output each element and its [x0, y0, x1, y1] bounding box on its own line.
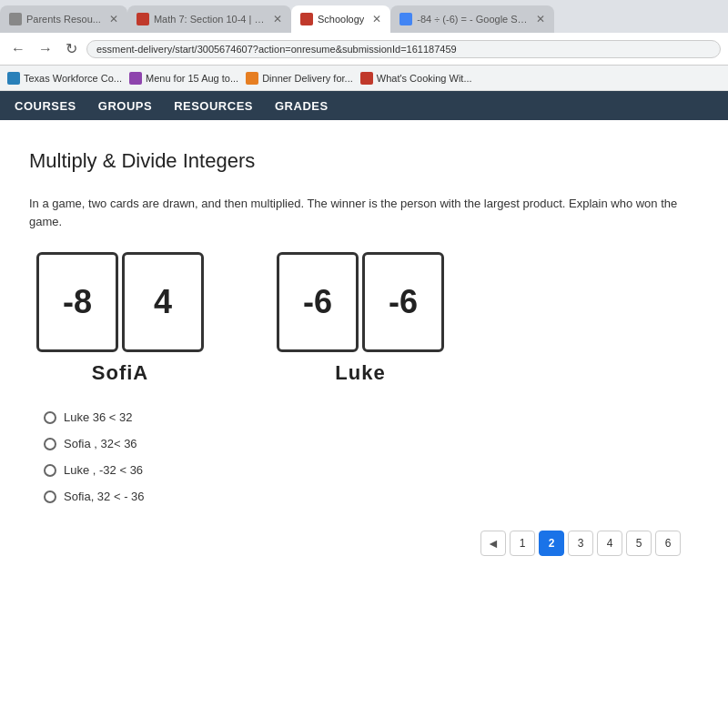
menu-bookmark-icon — [129, 72, 142, 85]
tab-google-label: -84 ÷ (-6) = - Google Search — [417, 14, 528, 25]
google-favicon — [399, 13, 412, 25]
main-content: Multiply & Divide Integers In a game, tw… — [0, 120, 728, 728]
answer-label-1: Sofia , 32< 36 — [64, 437, 137, 450]
sofia-group: -8 4 SofiA — [36, 252, 204, 385]
bookmark-cooking[interactable]: What's Cooking Wit... — [360, 72, 472, 85]
tab-schoology-close[interactable]: ✕ — [372, 13, 381, 25]
back-button[interactable]: ← — [7, 39, 29, 59]
radio-0[interactable] — [44, 411, 56, 424]
bookmark-dinner[interactable]: Dinner Delivery for... — [246, 72, 353, 85]
tab-math7-label: Math 7: Section 10-4 | Schoology — [154, 14, 265, 25]
page-btn-2[interactable]: 2 — [539, 531, 564, 556]
math7-favicon — [136, 13, 149, 25]
bookmark-texas[interactable]: Texas Workforce Co... — [7, 72, 122, 85]
luke-cards-row: -6 -6 — [277, 252, 444, 352]
tab-schoology[interactable]: Schoology ✕ — [291, 5, 390, 33]
bookmark-menu[interactable]: Menu for 15 Aug to... — [129, 72, 238, 85]
address-bar: ← → ↻ — [0, 33, 728, 66]
answer-label-2: Luke , -32 < 36 — [64, 463, 143, 477]
url-bar[interactable] — [86, 40, 721, 58]
page-btn-5[interactable]: 5 — [626, 531, 652, 556]
radio-1[interactable] — [44, 438, 56, 450]
forward-button[interactable]: → — [35, 39, 56, 59]
dinner-bookmark-icon — [246, 72, 258, 85]
luke-card-2-value: -6 — [389, 283, 418, 321]
cooking-bookmark-icon — [360, 72, 373, 85]
answer-choice-3[interactable]: Sofia, 32 < - 36 — [44, 490, 699, 503]
page-btn-1[interactable]: 1 — [510, 531, 535, 556]
answer-choice-1[interactable]: Sofia , 32< 36 — [44, 437, 699, 450]
sofia-cards-row: -8 4 — [36, 252, 204, 352]
page-title: Multiply & Divide Integers — [29, 149, 699, 173]
luke-name: Luke — [335, 361, 385, 385]
answer-label-3: Sofia, 32 < - 36 — [64, 490, 145, 503]
question-text: In a game, two cards are drawn, and then… — [29, 195, 699, 230]
tab-bar: Parents Resou... ✕ Math 7: Section 10-4 … — [0, 0, 728, 33]
luke-card-2: -6 — [362, 252, 444, 352]
answer-choices: Luke 36 < 32 Sofia , 32< 36 Luke , -32 <… — [29, 410, 699, 503]
tab-math7-close[interactable]: ✕ — [273, 13, 282, 25]
texas-bookmark-icon — [7, 72, 20, 85]
sofia-card-2-value: 4 — [154, 283, 172, 321]
cooking-bookmark-label: What's Cooking Wit... — [377, 73, 472, 84]
radio-2[interactable] — [44, 464, 56, 477]
page-btn-4[interactable]: 4 — [597, 531, 622, 556]
tab-schoology-label: Schoology — [318, 14, 364, 25]
browser-chrome: Parents Resou... ✕ Math 7: Section 10-4 … — [0, 0, 728, 120]
sofia-card-1-value: -8 — [63, 283, 92, 321]
schoology-favicon — [300, 13, 313, 25]
reload-button[interactable]: ↻ — [62, 38, 81, 59]
cards-section: -8 4 SofiA -6 -6 Luke — [29, 252, 699, 385]
tab-parents-close[interactable]: ✕ — [109, 13, 118, 25]
nav-groups[interactable]: GROUPS — [98, 99, 152, 113]
menu-bookmark-label: Menu for 15 Aug to... — [146, 73, 238, 84]
radio-3[interactable] — [44, 490, 56, 503]
nav-grades[interactable]: GRADES — [275, 99, 329, 113]
luke-group: -6 -6 Luke — [277, 252, 444, 385]
texas-bookmark-label: Texas Workforce Co... — [24, 73, 122, 84]
prev-page-button[interactable]: ◄ — [480, 531, 506, 556]
tab-google[interactable]: -84 ÷ (-6) = - Google Search ✕ — [390, 5, 554, 33]
sofia-card-1: -8 — [36, 252, 118, 352]
nav-resources[interactable]: RESOURCES — [174, 99, 253, 113]
luke-card-1: -6 — [277, 252, 359, 352]
tab-parents[interactable]: Parents Resou... ✕ — [0, 5, 127, 33]
tab-google-close[interactable]: ✕ — [536, 13, 545, 25]
answer-choice-0[interactable]: Luke 36 < 32 — [44, 410, 699, 424]
nav-courses[interactable]: COURSES — [15, 99, 76, 113]
tab-math7[interactable]: Math 7: Section 10-4 | Schoology ✕ — [127, 5, 291, 33]
pagination: ◄ 1 2 3 4 5 6 — [29, 531, 699, 556]
answer-label-0: Luke 36 < 32 — [64, 410, 133, 424]
page-btn-6[interactable]: 6 — [655, 531, 681, 556]
sofia-name: SofiA — [92, 361, 148, 385]
schoology-nav: COURSES GROUPS RESOURCES GRADES — [0, 91, 728, 120]
tab-parents-label: Parents Resou... — [26, 14, 101, 25]
parents-favicon — [9, 13, 22, 25]
dinner-bookmark-label: Dinner Delivery for... — [262, 73, 353, 84]
answer-choice-2[interactable]: Luke , -32 < 36 — [44, 463, 699, 477]
page-btn-3[interactable]: 3 — [568, 531, 593, 556]
luke-card-1-value: -6 — [303, 283, 332, 321]
bookmarks-bar: Texas Workforce Co... Menu for 15 Aug to… — [0, 66, 728, 91]
sofia-card-2: 4 — [122, 252, 204, 352]
